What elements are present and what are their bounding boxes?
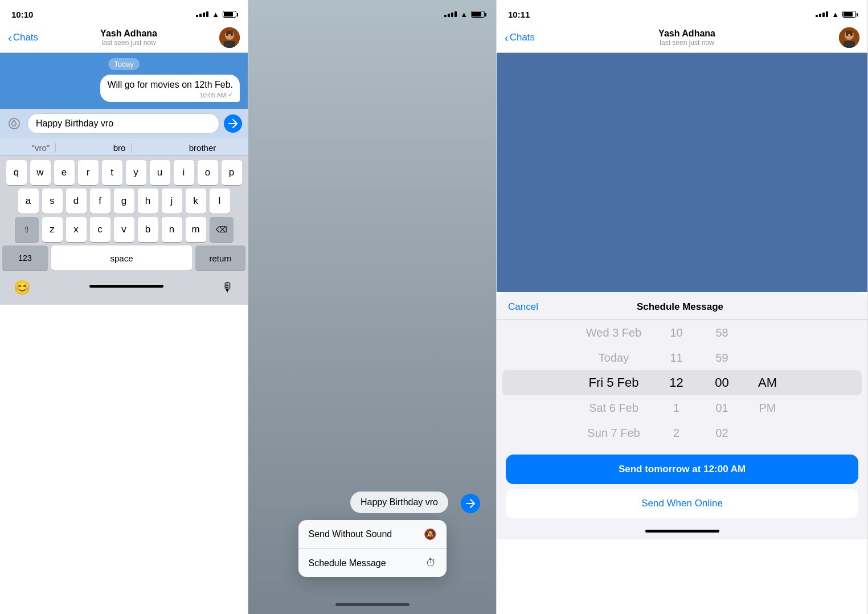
key-h[interactable]: h bbox=[138, 189, 158, 214]
key-r[interactable]: r bbox=[78, 160, 99, 185]
date-pill: Today bbox=[8, 59, 240, 69]
status-bar-1: 10:10 ▲ bbox=[0, 0, 248, 25]
picker-col-minutes[interactable]: 57 58 59 00 01 02 03 bbox=[699, 320, 745, 445]
bottom-bar-1: 😊 🎙 bbox=[0, 276, 248, 305]
wifi-icon-2: ▲ bbox=[460, 10, 468, 19]
key-m[interactable]: m bbox=[186, 217, 206, 242]
contact-status-1: last seen just now bbox=[100, 39, 157, 47]
picker-hour-2: 11 bbox=[654, 345, 699, 370]
date-label: Today bbox=[108, 58, 140, 70]
context-label-0: Send Without Sound bbox=[309, 529, 392, 539]
key-f[interactable]: f bbox=[90, 189, 110, 214]
key-row-1: q w e r t y u i o p bbox=[2, 160, 245, 185]
cancel-button[interactable]: Cancel bbox=[508, 301, 538, 313]
svg-rect-5 bbox=[226, 31, 233, 34]
picker-day-4: Sat 6 Feb bbox=[574, 395, 654, 420]
nav-bar-3: ‹ Chats Yash Adhana last seen just now bbox=[497, 25, 867, 53]
no-sound-icon: 🔕 bbox=[424, 528, 436, 541]
svg-rect-2 bbox=[224, 41, 235, 48]
picker-am: AM bbox=[745, 370, 791, 395]
picker-container[interactable]: Tue 2 Feb Wed 3 Feb Today Fri 5 Feb Sat … bbox=[497, 320, 867, 445]
key-delete[interactable]: ⌫ bbox=[210, 217, 234, 242]
key-return[interactable]: return bbox=[195, 245, 245, 271]
autocomplete-bar: "vro" bro brother bbox=[0, 138, 248, 155]
contact-info-3: Yash Adhana last seen just now bbox=[658, 28, 715, 47]
key-a[interactable]: a bbox=[18, 189, 39, 214]
chat-area-1: Today Will go for movies on 12th Feb. 10… bbox=[0, 53, 248, 109]
picker-min-1: 58 bbox=[699, 320, 745, 345]
send-button-2[interactable] bbox=[461, 494, 480, 513]
key-123[interactable]: 123 bbox=[2, 245, 48, 271]
picker-min-4: 01 bbox=[699, 395, 745, 420]
key-i[interactable]: i bbox=[174, 160, 194, 185]
checkmark-icon: ✓ bbox=[228, 91, 233, 99]
back-button-3[interactable]: ‹ Chats bbox=[505, 31, 535, 44]
send-tomorrow-button[interactable]: Send tomorrow at 12:00 AM bbox=[506, 455, 858, 484]
picker-col-ampm[interactable]: AM PM bbox=[745, 320, 791, 445]
signal-icon-3 bbox=[816, 11, 828, 17]
key-b[interactable]: b bbox=[138, 217, 158, 242]
picker-day-1: Wed 3 Feb bbox=[574, 320, 654, 345]
back-label-3: Chats bbox=[510, 32, 535, 43]
home-indicator-3 bbox=[645, 530, 719, 533]
status-bar-3: 10:11 ▲ bbox=[497, 0, 867, 25]
key-e[interactable]: e bbox=[54, 160, 75, 185]
key-shift[interactable]: ⇧ bbox=[15, 217, 39, 242]
picker-col-hours[interactable]: 9 10 11 12 1 2 3 bbox=[654, 320, 699, 445]
key-o[interactable]: o bbox=[198, 160, 218, 185]
input-bar-1 bbox=[0, 109, 248, 138]
chat-area-2: Happy Birthday vro Send Without Sound 🔕 … bbox=[248, 25, 496, 599]
key-z[interactable]: z bbox=[42, 217, 63, 242]
send-row-2: Happy Birthday vro bbox=[350, 492, 488, 513]
avatar-3[interactable] bbox=[839, 27, 859, 48]
time-1: 10:10 bbox=[11, 10, 33, 19]
key-c[interactable]: c bbox=[90, 217, 110, 242]
emoji-icon[interactable]: 😊 bbox=[14, 280, 31, 296]
key-u[interactable]: u bbox=[150, 160, 170, 185]
wifi-icon: ▲ bbox=[212, 10, 219, 19]
picker-day-2: Today bbox=[574, 345, 654, 370]
key-n[interactable]: n bbox=[162, 217, 182, 242]
key-y[interactable]: y bbox=[126, 160, 146, 185]
autocomplete-item-2[interactable]: brother bbox=[183, 143, 222, 153]
message-input[interactable] bbox=[27, 113, 219, 134]
key-g[interactable]: g bbox=[114, 189, 134, 214]
key-d[interactable]: d bbox=[66, 189, 87, 214]
send-button-1[interactable] bbox=[224, 114, 242, 133]
key-j[interactable]: j bbox=[162, 189, 182, 214]
sheet-header: Cancel Schedule Message bbox=[497, 292, 867, 320]
time-3: 10:11 bbox=[508, 10, 530, 19]
picker-day-3: Fri 5 Feb bbox=[574, 370, 654, 395]
key-s[interactable]: s bbox=[42, 189, 63, 214]
phone-3: 10:11 ▲ ‹ Chats Yash Adhana last seen ju… bbox=[497, 0, 868, 614]
signal-icon-2 bbox=[444, 11, 457, 17]
picker-day-5: Sun 7 Feb bbox=[574, 420, 654, 445]
key-x[interactable]: x bbox=[66, 217, 87, 242]
context-item-0[interactable]: Send Without Sound 🔕 bbox=[298, 520, 447, 549]
back-button-1[interactable]: ‹ Chats bbox=[8, 31, 38, 44]
picker-min-5: 02 bbox=[699, 420, 745, 445]
message-bubble-2: Happy Birthday vro bbox=[350, 492, 448, 513]
key-p[interactable]: p bbox=[222, 160, 242, 185]
autocomplete-item-0[interactable]: "vro" bbox=[26, 143, 56, 153]
key-v[interactable]: v bbox=[114, 217, 134, 242]
bottom-bar-content: 😊 🎙 bbox=[11, 280, 236, 296]
keyboard-1: q w e r t y u i o p a s d f g h j k bbox=[0, 155, 248, 276]
picker-pm: PM bbox=[745, 395, 791, 420]
mic-icon[interactable]: 🎙 bbox=[222, 280, 234, 295]
attach-button[interactable] bbox=[6, 115, 23, 132]
key-l[interactable]: l bbox=[210, 189, 230, 214]
autocomplete-item-1[interactable]: bro bbox=[108, 143, 132, 153]
contact-name-3: Yash Adhana bbox=[658, 28, 715, 39]
context-menu: Send Without Sound 🔕 Schedule Message ⏱ bbox=[298, 520, 447, 577]
key-q[interactable]: q bbox=[6, 160, 27, 185]
key-t[interactable]: t bbox=[102, 160, 122, 185]
key-k[interactable]: k bbox=[186, 189, 206, 214]
picker-col-days[interactable]: Tue 2 Feb Wed 3 Feb Today Fri 5 Feb Sat … bbox=[574, 320, 654, 445]
key-w[interactable]: w bbox=[30, 160, 51, 185]
key-space[interactable]: space bbox=[51, 245, 192, 271]
sheet-title: Schedule Message bbox=[637, 301, 723, 313]
context-item-1[interactable]: Schedule Message ⏱ bbox=[298, 549, 447, 577]
send-online-button[interactable]: Send When Online bbox=[506, 489, 858, 518]
avatar-1[interactable] bbox=[219, 27, 240, 48]
